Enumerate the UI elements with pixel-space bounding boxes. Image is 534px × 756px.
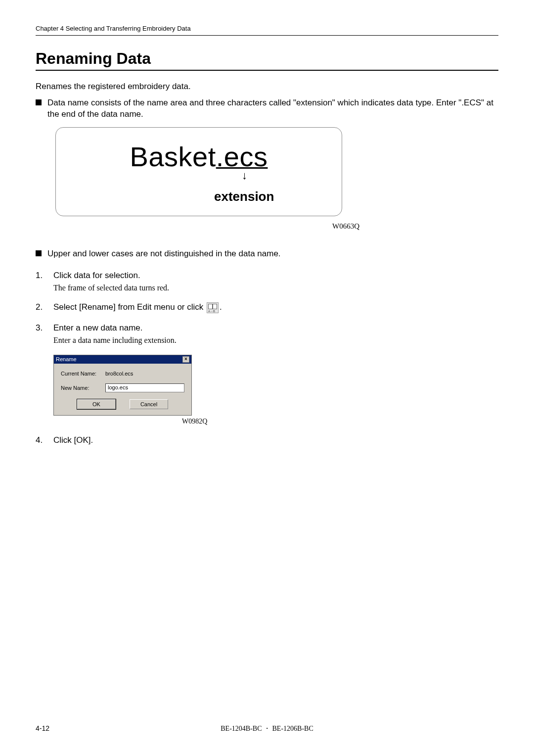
extension-label: extension	[214, 189, 274, 204]
page-number: 4-12	[36, 724, 49, 732]
step-number: 2.	[36, 302, 53, 312]
new-name-row: New Name: logo.ecs	[61, 383, 184, 392]
dialog-buttons: OK Cancel	[61, 399, 184, 409]
step-text-post: .	[220, 302, 222, 312]
page-title: Renaming Data	[36, 49, 498, 71]
current-name-label: Current Name:	[61, 371, 105, 377]
bullet-square-icon	[36, 99, 42, 105]
step-text: Click data for selection.	[53, 271, 140, 281]
step-number: 1.	[36, 271, 53, 281]
filename-ext: .ecs	[216, 141, 268, 172]
bullet-item-2: Upper and lower cases are not distinguis…	[36, 248, 498, 260]
dialog-body: Current Name: bro8col.ecs New Name: logo…	[54, 364, 191, 415]
diagram-box: Basket.ecs ↓ extension	[55, 127, 342, 216]
intro-text: Renames the registered embroidery data.	[36, 82, 498, 92]
rename-dialog-wrap: Rename × Current Name: bro8col.ecs New N…	[53, 355, 498, 416]
new-name-label: New Name:	[61, 385, 105, 391]
rename-icon: A→B	[207, 302, 219, 313]
dialog-code: W0982Q	[182, 418, 498, 425]
filename-example: Basket.ecs	[71, 141, 327, 173]
step-4: 4. Click [OK].	[36, 435, 498, 445]
bullet-text-1: Data name consists of the name area and …	[47, 97, 498, 120]
step-subtext: Enter a data name including extension.	[53, 336, 498, 345]
dialog-title-text: Rename	[56, 356, 77, 362]
bullet-text-2: Upper and lower cases are not distinguis…	[47, 248, 281, 260]
step-1: 1. Click data for selection. The frame o…	[36, 271, 498, 292]
step-text: Enter a new data name.	[53, 323, 143, 333]
step-subtext: The frame of selected data turns red.	[53, 284, 498, 292]
step-text-pre: Select [Rename] from Edit menu or click	[53, 302, 206, 312]
step-number: 3.	[36, 323, 53, 333]
bullet-item-1: Data name consists of the name area and …	[36, 97, 498, 120]
bullet-square-icon	[36, 250, 42, 256]
arrow-down-icon: ↓	[242, 170, 247, 181]
current-name-row: Current Name: bro8col.ecs	[61, 371, 184, 377]
rename-dialog: Rename × Current Name: bro8col.ecs New N…	[53, 355, 192, 416]
dialog-titlebar: Rename ×	[54, 355, 191, 364]
step-text: Select [Rename] from Edit menu or click …	[53, 302, 222, 313]
product-model: BE-1204B-BC ・ BE-1206B-BC	[221, 724, 313, 733]
step-3: 3. Enter a new data name. Enter a data n…	[36, 323, 498, 425]
chapter-text: Chapter 4 Selecting and Transferring Emb…	[36, 25, 191, 32]
close-icon[interactable]: ×	[182, 356, 189, 363]
diagram-code: W0663Q	[332, 222, 498, 231]
page-header: Chapter 4 Selecting and Transferring Emb…	[36, 25, 498, 36]
step-number: 4.	[36, 435, 53, 445]
filename-base: Basket	[130, 141, 216, 172]
ok-button[interactable]: OK	[77, 399, 116, 409]
new-name-input[interactable]: logo.ecs	[105, 383, 184, 392]
rename-icon-label: A→B	[208, 310, 215, 313]
page-footer: 4-12 BE-1204B-BC ・ BE-1206B-BC	[36, 724, 498, 732]
diagram-container: Basket.ecs ↓ extension	[55, 127, 498, 216]
current-name-value: bro8col.ecs	[105, 371, 133, 377]
step-2: 2. Select [Rename] from Edit menu or cli…	[36, 302, 498, 313]
cancel-button[interactable]: Cancel	[130, 399, 168, 409]
step-text: Click [OK].	[53, 435, 93, 445]
